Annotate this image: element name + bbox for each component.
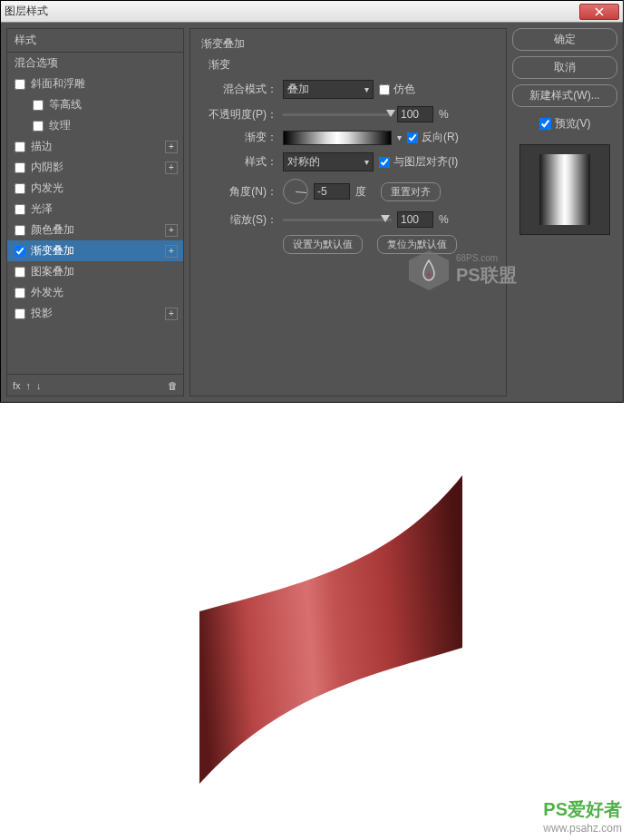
watermark-name: PS联盟 xyxy=(456,263,517,288)
style-checkbox[interactable] xyxy=(15,246,25,257)
settings-panel: 渐变叠加 渐变 混合模式： 叠加 ▾ 仿色 不透明度( xyxy=(189,28,507,396)
subsection-title: 渐变 xyxy=(209,57,495,73)
opacity-slider[interactable] xyxy=(283,113,392,116)
style-item[interactable]: 纹理 xyxy=(7,115,183,136)
trash-icon[interactable]: 🗑 xyxy=(168,380,178,391)
blending-options-label: 混合选项 xyxy=(15,55,58,71)
plus-icon[interactable]: + xyxy=(165,161,178,174)
style-checkbox[interactable] xyxy=(15,288,25,298)
fx-menu[interactable]: fx xyxy=(13,380,21,391)
reset-align-button[interactable]: 重置对齐 xyxy=(381,182,441,201)
scale-slider[interactable] xyxy=(283,219,392,221)
blend-mode-label: 混合模式： xyxy=(209,82,277,97)
style-checkbox[interactable] xyxy=(15,142,25,152)
style-item[interactable]: 内发光 xyxy=(7,178,183,199)
plus-icon[interactable]: + xyxy=(165,224,178,237)
arrow-down-icon[interactable]: ↓ xyxy=(36,380,42,391)
styles-list: 混合选项 斜面和浮雕等高线纹理描边+内阴影+内发光光泽颜色叠加+渐变叠加+图案叠… xyxy=(7,53,183,374)
dither-label: 仿色 xyxy=(393,82,415,97)
blending-options-item[interactable]: 混合选项 xyxy=(7,53,183,73)
style-item[interactable]: 描边+ xyxy=(7,136,183,157)
percent-label: % xyxy=(439,213,449,226)
plus-icon[interactable]: + xyxy=(165,141,178,153)
align-label: 与图层对齐(I) xyxy=(393,154,458,170)
style-checkbox[interactable] xyxy=(15,267,25,278)
scale-input[interactable] xyxy=(397,211,433,228)
style-item[interactable]: 渐变叠加+ xyxy=(7,240,183,261)
titlebar: 图层样式 xyxy=(1,1,623,23)
style-item[interactable]: 投影+ xyxy=(7,303,183,324)
style-checkbox[interactable] xyxy=(15,162,25,173)
actions-panel: 确定 取消 新建样式(W)... 预览(V) xyxy=(512,28,617,396)
style-item[interactable]: 光泽 xyxy=(7,199,183,220)
reverse-label: 反向(R) xyxy=(422,130,459,145)
close-icon xyxy=(595,7,604,16)
result-preview: PS爱好者 www.psahz.com xyxy=(0,403,631,840)
style-label: 内阴影 xyxy=(31,160,63,175)
style-label: 外发光 xyxy=(31,285,63,300)
brand-url: www.psahz.com xyxy=(543,822,622,835)
watermark-site: 68PS.com xyxy=(456,253,517,263)
new-style-button[interactable]: 新建样式(W)... xyxy=(512,84,617,107)
styles-panel: 样式 混合选项 斜面和浮雕等高线纹理描边+内阴影+内发光光泽颜色叠加+渐变叠加+… xyxy=(6,28,184,396)
style-label: 图案叠加 xyxy=(31,264,74,279)
style-item[interactable]: 图案叠加 xyxy=(7,261,183,282)
brand-ps: PS xyxy=(543,799,568,819)
angle-input[interactable] xyxy=(314,183,350,200)
style-label: 描边 xyxy=(31,139,53,154)
svg-point-0 xyxy=(427,273,431,277)
plus-icon[interactable]: + xyxy=(165,308,178,320)
style-label: 斜面和浮雕 xyxy=(31,76,85,92)
close-button[interactable] xyxy=(579,4,619,20)
opacity-input[interactable] xyxy=(397,106,433,122)
style-item[interactable]: 等高线 xyxy=(7,94,183,115)
gradient-picker[interactable] xyxy=(283,131,392,145)
style-item[interactable]: 内阴影+ xyxy=(7,157,183,178)
scale-label: 缩放(S)： xyxy=(209,212,277,228)
blend-mode-value: 叠加 xyxy=(287,82,309,97)
slider-thumb[interactable] xyxy=(386,110,395,117)
flame-icon xyxy=(409,250,449,290)
ok-button[interactable]: 确定 xyxy=(512,28,617,51)
align-checkbox[interactable] xyxy=(379,157,390,168)
style-checkbox[interactable] xyxy=(33,100,44,111)
style-checkbox[interactable] xyxy=(15,204,25,215)
style-value: 对称的 xyxy=(287,154,320,170)
arrow-up-icon[interactable]: ↑ xyxy=(26,380,32,391)
preview-checkbox[interactable] xyxy=(539,118,551,130)
style-checkbox[interactable] xyxy=(15,225,25,236)
style-item[interactable]: 外发光 xyxy=(7,282,183,303)
style-checkbox[interactable] xyxy=(15,183,25,194)
plus-icon[interactable]: + xyxy=(165,245,178,258)
style-label: 样式： xyxy=(209,154,277,170)
style-checkbox[interactable] xyxy=(15,79,25,90)
chevron-down-icon: ▾ xyxy=(364,84,369,94)
angle-label: 角度(N)： xyxy=(209,184,277,200)
style-checkbox[interactable] xyxy=(15,308,25,319)
style-item[interactable]: 颜色叠加+ xyxy=(7,220,183,240)
preview-content xyxy=(539,154,590,225)
opacity-label: 不透明度(P)： xyxy=(209,107,277,122)
preview-thumbnail xyxy=(519,144,610,235)
style-label: 内发光 xyxy=(31,181,63,196)
angle-line xyxy=(296,191,306,193)
section-title: 渐变叠加 xyxy=(201,36,495,52)
style-checkbox[interactable] xyxy=(33,121,44,132)
dialog-title: 图层样式 xyxy=(5,4,579,19)
blend-mode-dropdown[interactable]: 叠加 ▾ xyxy=(283,80,374,99)
chevron-down-icon[interactable]: ▾ xyxy=(397,132,402,142)
slider-thumb[interactable] xyxy=(381,215,390,222)
style-label: 投影 xyxy=(31,306,53,321)
style-label: 光泽 xyxy=(31,201,53,217)
style-item[interactable]: 斜面和浮雕 xyxy=(7,73,183,94)
angle-dial[interactable] xyxy=(283,179,308,204)
dither-checkbox[interactable] xyxy=(379,84,390,95)
reverse-checkbox[interactable] xyxy=(407,132,418,143)
style-label: 颜色叠加 xyxy=(31,222,74,238)
watermark: 68PS.com PS联盟 xyxy=(409,250,517,290)
cancel-button[interactable]: 取消 xyxy=(512,56,617,79)
set-default-button[interactable]: 设置为默认值 xyxy=(283,235,363,254)
brand-rest: 爱好者 xyxy=(568,799,622,819)
style-dropdown[interactable]: 对称的 ▾ xyxy=(283,152,374,171)
gradient-label: 渐变： xyxy=(209,130,277,145)
